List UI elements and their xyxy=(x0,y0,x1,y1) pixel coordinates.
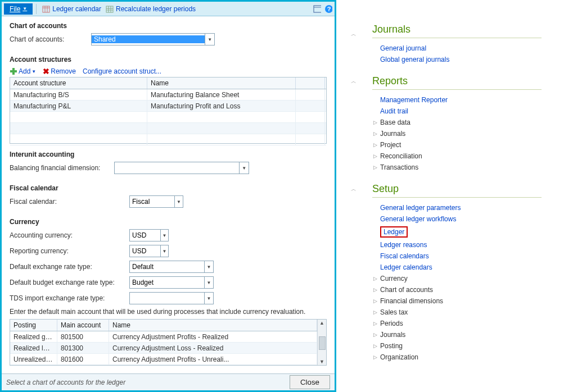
nav-link-gl-params[interactable]: General ledger parameters xyxy=(372,202,564,213)
configure-link[interactable]: Configure account struct... xyxy=(83,67,161,75)
cell: Unrealized gain xyxy=(10,354,57,364)
chart-of-accounts-combo[interactable]: ▼ xyxy=(91,33,215,45)
nav-expand-project[interactable]: ▷Project xyxy=(372,139,564,151)
chevron-down-icon[interactable]: ▼ xyxy=(204,293,213,304)
nav-expand-transactions[interactable]: ▷Transactions xyxy=(372,162,564,173)
col-posting[interactable]: Posting xyxy=(10,320,57,331)
col-blank xyxy=(296,78,325,89)
nav-expand-periods[interactable]: ▷Periods xyxy=(372,318,564,329)
triangle-right-icon: ▷ xyxy=(373,120,378,125)
scroll-thumb[interactable] xyxy=(319,336,326,350)
bud-rate-input[interactable] xyxy=(130,279,204,286)
table-row[interactable] xyxy=(10,112,326,123)
fiscal-input[interactable] xyxy=(130,198,174,206)
chevron-down-icon[interactable]: ▼ xyxy=(174,196,183,207)
chevron-down-icon[interactable]: ▼ xyxy=(204,261,213,272)
nav-link-gl-workflows[interactable]: General ledger workflows xyxy=(372,213,564,225)
nav-expand-journals2[interactable]: ▷Journals xyxy=(372,329,564,340)
table-row[interactable] xyxy=(10,123,326,134)
nav-expand-base-data[interactable]: ▷Base data xyxy=(372,117,564,128)
acct-currency-combo[interactable]: ▼ xyxy=(129,229,169,241)
nav-link-fiscal-calendars[interactable]: Fiscal calendars xyxy=(372,250,564,262)
structures-section-title: Account structures xyxy=(10,56,327,63)
nav-link-ledger[interactable]: Ledger xyxy=(372,225,564,239)
nav-expand-fin-dim[interactable]: ▷Financial dimensions xyxy=(372,295,564,307)
nav-panel: ︿ Journals General journal Global genera… xyxy=(336,0,564,392)
col-account-structure[interactable]: Account structure xyxy=(10,78,147,89)
balancing-combo[interactable]: ▼ xyxy=(114,162,249,174)
tds-rate-combo[interactable]: ▼ xyxy=(129,292,214,304)
chevron-down-icon[interactable]: ▼ xyxy=(204,277,213,288)
nav-expand-sales-tax[interactable]: ▷Sales tax xyxy=(372,307,564,318)
close-button[interactable]: Close xyxy=(290,375,330,389)
nav-title-setup: Setup xyxy=(372,183,542,198)
col-main-account[interactable]: Main account xyxy=(57,320,109,331)
chevron-down-icon: ▼ xyxy=(31,69,36,74)
rep-currency-label: Reporting currency: xyxy=(10,247,91,255)
chevron-down-icon[interactable]: ▼ xyxy=(160,245,168,257)
window-icon[interactable] xyxy=(313,5,321,13)
triangle-right-icon: ▷ xyxy=(373,142,378,148)
structures-toolbar: Add ▼ ✖ Remove Configure account struct.… xyxy=(10,67,327,76)
table-row[interactable] xyxy=(10,134,326,145)
help-icon[interactable]: ? xyxy=(324,5,332,13)
cell: Currency Adjustment Profits - Unreali... xyxy=(109,354,317,364)
plus-icon xyxy=(10,67,17,75)
scroll-down-icon[interactable]: ▼ xyxy=(319,358,324,365)
nav-expand-currency[interactable]: ▷Currency xyxy=(372,273,564,284)
nav-link-ledger-calendars[interactable]: Ledger calendars xyxy=(372,262,564,273)
col-name[interactable]: Name xyxy=(109,320,317,331)
balancing-input[interactable] xyxy=(115,164,239,172)
structures-grid: Account structure Name Manufacturing B/S… xyxy=(10,77,327,144)
def-rate-combo[interactable]: ▼ xyxy=(129,261,214,273)
col-name[interactable]: Name xyxy=(147,78,296,89)
nav-expand-org[interactable]: ▷Organization xyxy=(372,352,564,363)
def-rate-input[interactable] xyxy=(130,263,204,271)
file-menu[interactable]: File ▼ xyxy=(4,3,33,15)
svg-text:?: ? xyxy=(327,6,331,12)
table-row[interactable]: Realized gain 801500 Currency Adjustment… xyxy=(10,331,317,343)
fiscal-combo[interactable]: ▼ xyxy=(129,195,183,208)
nav-expand-reconciliation[interactable]: ▷Reconciliation xyxy=(372,151,564,162)
triangle-right-icon: ▷ xyxy=(373,131,378,136)
interunit-section-title: Interunit accounting xyxy=(10,151,327,158)
chevron-down-icon[interactable]: ▼ xyxy=(160,230,168,241)
nav-expand-journals[interactable]: ▷Journals xyxy=(372,128,564,139)
nav-link-general-journal[interactable]: General journal xyxy=(372,43,564,54)
status-text: Select a chart of accounts for the ledge… xyxy=(6,379,125,386)
table-row[interactable]: Manufacturing B/S Manufacturing Balance … xyxy=(10,89,326,101)
nav-link-ledger-reasons[interactable]: Ledger reasons xyxy=(372,239,564,250)
nav-journals: Journals General journal Global general … xyxy=(336,24,564,65)
table-row[interactable]: Manufacturing P&L Manufacturing Profit a… xyxy=(10,101,326,112)
chart-of-accounts-input[interactable] xyxy=(92,35,205,43)
nav-link-audit-trail[interactable]: Audit trail xyxy=(372,106,564,117)
remove-button[interactable]: ✖ Remove xyxy=(43,67,76,76)
nav-link-global-journals[interactable]: Global general journals xyxy=(372,54,564,65)
caret-up-icon[interactable]: ︿ xyxy=(351,78,357,85)
nav-expand-coa[interactable]: ▷Chart of accounts xyxy=(372,284,564,295)
table-row[interactable]: Realized loss 801300 Currency Adjustment… xyxy=(10,343,317,354)
tds-rate-input[interactable] xyxy=(130,294,204,302)
add-button[interactable]: Add ▼ xyxy=(10,67,36,75)
scroll-up-icon[interactable]: ▲ xyxy=(319,320,324,326)
scrollbar[interactable]: ▲ ▼ xyxy=(317,320,326,365)
rep-currency-input[interactable] xyxy=(130,247,160,255)
ledger-calendar-button[interactable]: Ledger calendar xyxy=(40,4,103,14)
def-rate-label: Default exchange rate type: xyxy=(10,263,129,271)
bud-rate-combo[interactable]: ▼ xyxy=(129,276,214,289)
table-row[interactable]: Unrealized gain 801600 Currency Adjustme… xyxy=(10,354,317,365)
calendar-icon xyxy=(42,5,50,13)
cell: Manufacturing B/S xyxy=(10,89,147,100)
nav-expand-posting[interactable]: ▷Posting xyxy=(372,340,564,352)
acct-currency-label: Accounting currency: xyxy=(10,231,91,239)
rep-currency-combo[interactable]: ▼ xyxy=(129,245,169,257)
caret-up-icon[interactable]: ︿ xyxy=(351,185,357,193)
toolbar: File ▼ Ledger calendar Recalculate ledge… xyxy=(2,2,335,16)
chevron-down-icon[interactable]: ▼ xyxy=(239,162,249,174)
chevron-down-icon[interactable]: ▼ xyxy=(205,34,214,45)
chevron-down-icon: ▼ xyxy=(22,6,27,11)
recalculate-button[interactable]: Recalculate ledger periods xyxy=(103,4,198,14)
acct-currency-input[interactable] xyxy=(130,231,160,239)
ledger-highlight: Ledger xyxy=(380,226,408,238)
nav-link-mgmt-reporter[interactable]: Management Reporter xyxy=(372,94,564,106)
